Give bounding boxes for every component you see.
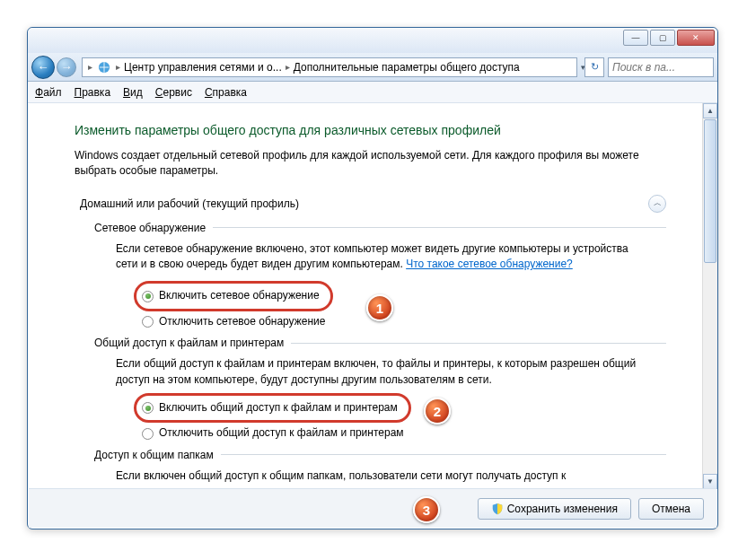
- callout-3: 3: [413, 496, 440, 523]
- menu-edit[interactable]: Правка: [75, 86, 111, 99]
- address-bar: ← → ▸ ▸ Центр управления сетями и о... ▸…: [28, 53, 717, 82]
- callout-2: 2: [424, 398, 451, 424]
- highlight-1: Включить сетевое обнаружение: [134, 281, 333, 311]
- profile-header[interactable]: Домашний или рабочий (текущий профиль) ︿: [80, 195, 666, 213]
- radio-enable-sharing[interactable]: Включить общий доступ к файлам и принтер…: [142, 400, 398, 416]
- radio-icon: [142, 291, 154, 302]
- menu-file[interactable]: Файл: [35, 86, 62, 99]
- vertical-scrollbar[interactable]: ▲ ▼: [702, 103, 717, 489]
- section-body: Если общий доступ к файлам и принтерам в…: [116, 356, 648, 442]
- collapse-icon[interactable]: ︿: [648, 195, 666, 213]
- refresh-button[interactable]: ↻: [584, 57, 604, 77]
- radio-disable-sharing[interactable]: Отключить общий доступ к файлам и принте…: [142, 425, 648, 441]
- network-icon: [98, 61, 110, 74]
- minimize-button[interactable]: —: [623, 30, 648, 46]
- radio-icon: [142, 402, 154, 414]
- forward-button[interactable]: →: [57, 57, 76, 77]
- profile-label: Домашний или рабочий (текущий профиль): [80, 197, 299, 210]
- radio-icon: [142, 428, 154, 440]
- page-description: Windows создает отдельный сетевой профил…: [75, 148, 666, 179]
- scroll-thumb[interactable]: [704, 119, 716, 263]
- save-button[interactable]: Сохранить изменения: [478, 498, 631, 520]
- highlight-2: Включить общий доступ к файлам и принтер…: [134, 393, 411, 423]
- radio-disable-discovery[interactable]: Отключить сетевое обнаружение: [142, 314, 648, 329]
- help-link[interactable]: Что такое сетевое обнаружение?: [406, 258, 573, 270]
- section-network-discovery: Сетевое обнаружение: [94, 222, 666, 234]
- breadcrumb[interactable]: ▸ ▸ Центр управления сетями и о... ▸ Доп…: [82, 57, 577, 77]
- scroll-up-icon[interactable]: ▲: [703, 103, 717, 118]
- menu-help[interactable]: Справка: [205, 86, 247, 99]
- menu-tools[interactable]: Сервис: [155, 86, 192, 99]
- page-title: Изменить параметры общего доступа для ра…: [75, 123, 666, 137]
- chevron-icon: ▸: [88, 62, 92, 72]
- search-input[interactable]: [608, 57, 714, 77]
- menu-view[interactable]: Вид: [123, 86, 143, 99]
- callout-1: 1: [366, 294, 393, 321]
- close-button[interactable]: ✕: [677, 30, 715, 46]
- scroll-down-icon[interactable]: ▼: [703, 474, 717, 489]
- section-body: Если включен общий доступ к общим папкам…: [116, 468, 648, 484]
- chevron-icon: ▸: [116, 62, 120, 72]
- section-public-folders: Доступ к общим папкам: [94, 449, 666, 461]
- shield-icon: [491, 503, 504, 515]
- radio-icon: [142, 316, 154, 328]
- titlebar: — ▢ ✕: [28, 28, 717, 53]
- menu-bar: Файл Правка Вид Сервис Справка: [28, 82, 717, 103]
- radio-enable-discovery[interactable]: Включить сетевое обнаружение: [142, 288, 320, 303]
- breadcrumb-item[interactable]: Центр управления сетями и о...: [124, 61, 282, 74]
- footer-bar: Сохранить изменения Отмена: [29, 488, 716, 528]
- content: Изменить параметры общего доступа для ра…: [28, 103, 702, 489]
- explorer-window: — ▢ ✕ ← → ▸ ▸ Центр управления сетями и …: [27, 27, 718, 529]
- maximize-button[interactable]: ▢: [650, 30, 675, 46]
- breadcrumb-item[interactable]: Дополнительные параметры общего доступа: [294, 61, 520, 74]
- chevron-icon: ▸: [286, 62, 290, 72]
- section-file-sharing: Общий доступ к файлам и принтерам: [94, 337, 666, 349]
- back-button[interactable]: ←: [31, 56, 55, 79]
- cancel-button[interactable]: Отмена: [638, 498, 704, 520]
